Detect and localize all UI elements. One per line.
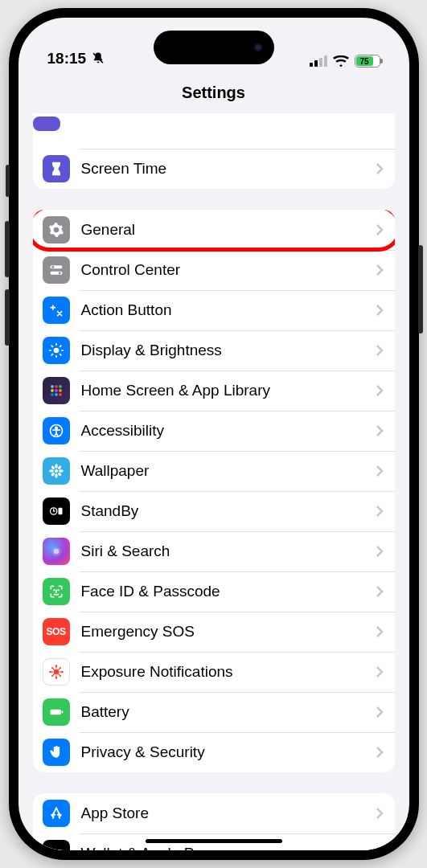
- svg-rect-35: [58, 508, 62, 514]
- svg-point-56: [60, 667, 61, 669]
- settings-row-face-id[interactable]: Face ID & Passcode: [33, 571, 395, 612]
- svg-rect-19: [59, 389, 61, 391]
- volume-up-button: [5, 221, 10, 277]
- hand-icon: [43, 739, 70, 766]
- dynamic-island: [154, 31, 274, 64]
- settings-row-app-store[interactable]: App Store: [33, 793, 395, 833]
- settings-row-exposure[interactable]: Exposure Notifications: [33, 652, 395, 692]
- row-label: Wallpaper: [81, 462, 376, 480]
- settings-group-screen-time: Screen Time: [33, 113, 395, 189]
- screen: 18:15 75 Settings: [18, 18, 409, 850]
- settings-row-action-button[interactable]: Action Button: [33, 290, 395, 330]
- row-label: Control Center: [81, 261, 376, 279]
- settings-row-siri-search[interactable]: Siri & Search: [33, 531, 395, 571]
- chevron-right-icon: [376, 162, 384, 175]
- settings-row-privacy[interactable]: Privacy & Security: [33, 732, 395, 772]
- row-label: Wallet & Apple Pay: [81, 845, 376, 850]
- settings-row-general[interactable]: General: [33, 210, 395, 250]
- row-label: Emergency SOS: [81, 623, 376, 641]
- chevron-right-icon: [376, 264, 384, 276]
- svg-rect-14: [51, 385, 53, 387]
- chevron-right-icon: [376, 424, 384, 437]
- row-label: Siri & Search: [81, 542, 376, 560]
- settings-row-control-center[interactable]: Control Center: [33, 250, 395, 290]
- chevron-right-icon: [376, 807, 384, 820]
- power-button: [418, 245, 423, 334]
- chevron-right-icon: [376, 847, 384, 850]
- battery-indicator: 75: [355, 55, 380, 68]
- svg-line-10: [51, 346, 52, 346]
- svg-rect-18: [55, 389, 57, 391]
- svg-point-53: [51, 667, 53, 669]
- chevron-right-icon: [376, 746, 384, 759]
- svg-point-31: [57, 472, 62, 477]
- svg-rect-20: [51, 393, 53, 395]
- svg-rect-57: [50, 710, 60, 715]
- settings-row-accessibility[interactable]: Accessibility: [33, 411, 395, 451]
- settings-row-standby[interactable]: StandBy: [33, 491, 395, 531]
- settings-row-home-screen[interactable]: Home Screen & App Library: [33, 371, 395, 411]
- row-label: Face ID & Passcode: [81, 583, 376, 600]
- svg-line-11: [60, 354, 60, 355]
- row-label: Screen Time: [81, 160, 376, 178]
- settings-row-battery[interactable]: Battery: [33, 692, 395, 732]
- svg-rect-60: [51, 850, 61, 850]
- row-label: Privacy & Security: [81, 743, 376, 761]
- row-label: Home Screen & App Library: [81, 382, 376, 399]
- home-indicator[interactable]: [146, 839, 282, 843]
- svg-point-4: [58, 272, 60, 274]
- svg-point-40: [53, 669, 59, 675]
- svg-rect-22: [59, 393, 61, 395]
- svg-point-30: [50, 465, 55, 470]
- svg-point-32: [57, 465, 62, 470]
- svg-line-13: [60, 346, 60, 346]
- wifi-icon: [333, 55, 349, 68]
- svg-point-38: [54, 590, 55, 591]
- svg-point-5: [53, 348, 59, 354]
- chevron-right-icon: [376, 665, 384, 678]
- chevron-right-icon: [376, 585, 384, 598]
- status-time: 18:15: [47, 50, 87, 68]
- settings-row-screen-time[interactable]: Screen Time: [33, 149, 395, 189]
- chevron-right-icon: [376, 505, 384, 518]
- row-label: Exposure Notifications: [81, 663, 376, 681]
- faceid-icon: [43, 578, 70, 605]
- svg-rect-17: [51, 389, 53, 391]
- svg-point-51: [49, 671, 51, 674]
- svg-point-52: [61, 671, 64, 674]
- svg-rect-16: [59, 385, 61, 387]
- svg-point-33: [50, 472, 55, 477]
- svg-rect-21: [55, 393, 57, 395]
- switches-icon: [43, 256, 70, 284]
- silent-mode-icon: [91, 51, 105, 66]
- chevron-right-icon: [376, 384, 384, 397]
- settings-row-emergency-sos[interactable]: SOS Emergency SOS: [33, 612, 395, 652]
- svg-line-12: [51, 354, 52, 355]
- clock-icon: [43, 497, 70, 525]
- battery-full-icon: [43, 698, 70, 726]
- settings-row-partial[interactable]: [33, 113, 395, 149]
- svg-point-49: [55, 665, 57, 667]
- row-label: App Store: [81, 805, 376, 822]
- chevron-right-icon: [376, 465, 384, 477]
- svg-point-50: [55, 677, 57, 679]
- settings-group-main: General Control Center Action Button Dis…: [33, 210, 395, 772]
- svg-point-39: [58, 590, 59, 591]
- row-label: Action Button: [81, 301, 376, 319]
- svg-point-37: [53, 549, 59, 555]
- svg-rect-15: [55, 385, 57, 387]
- row-label: Accessibility: [81, 422, 376, 440]
- chevron-right-icon: [376, 344, 384, 357]
- person-circle-icon: [43, 417, 70, 444]
- settings-row-display-brightness[interactable]: Display & Brightness: [33, 330, 395, 371]
- svg-point-27: [55, 473, 57, 478]
- sos-icon: SOS: [43, 618, 70, 645]
- row-label: Battery: [81, 703, 376, 721]
- hourglass-icon: [43, 155, 70, 182]
- chevron-right-icon: [376, 706, 384, 719]
- cube-icon: [33, 117, 60, 131]
- settings-list[interactable]: Screen Time General Control Center: [18, 113, 409, 850]
- gear-icon: [43, 216, 70, 244]
- settings-row-wallpaper[interactable]: Wallpaper: [33, 451, 395, 491]
- row-label: StandBy: [81, 502, 376, 520]
